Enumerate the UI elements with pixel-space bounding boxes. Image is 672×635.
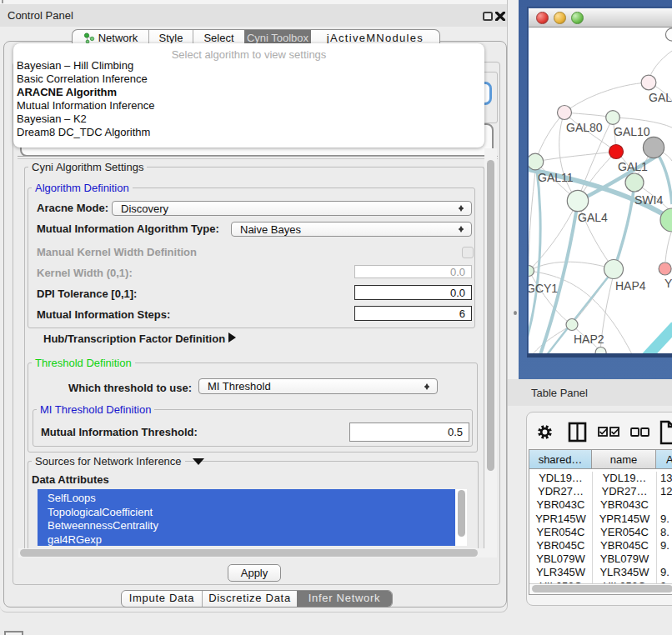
svg-text:SWI4: SWI4 — [634, 193, 663, 207]
svg-text:GAL80: GAL80 — [566, 121, 603, 134]
svg-text:GAL11: GAL11 — [538, 171, 574, 184]
svg-text:HAP2: HAP2 — [574, 332, 604, 346]
svg-text:Y: Y — [664, 277, 672, 290]
svg-text:GAL2: GAL2 — [649, 91, 672, 104]
svg-text:HAP4: HAP4 — [615, 279, 646, 292]
svg-text:GAL10: GAL10 — [614, 125, 650, 138]
svg-text:GAL4: GAL4 — [578, 211, 608, 224]
svg-text:GAL1: GAL1 — [618, 160, 648, 173]
svg-text:GCY1: GCY1 — [529, 282, 558, 295]
